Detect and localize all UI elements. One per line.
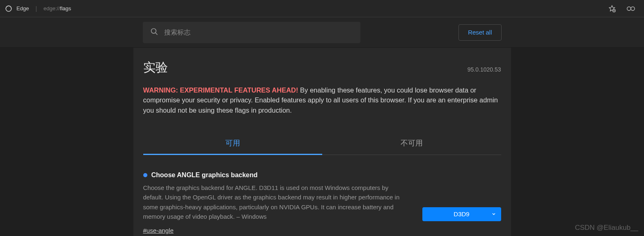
- titlebar-right: [606, 3, 639, 14]
- flag-title-row: Choose ANGLE graphics backend: [143, 171, 410, 179]
- titlebar-left: Edge | edge://flags: [5, 5, 606, 12]
- svg-point-4: [151, 28, 156, 33]
- url-text: edge://flags: [44, 5, 71, 12]
- tab-available[interactable]: 可用: [143, 132, 322, 155]
- flag-control: D3D9: [422, 171, 501, 234]
- flag-item: Choose ANGLE graphics backend Choose the…: [143, 171, 501, 234]
- titlebar-divider: |: [35, 5, 37, 12]
- flag-description: Choose the graphics backend for ANGLE. D…: [143, 183, 410, 221]
- toolbar: Reset all: [0, 17, 644, 48]
- svg-point-3: [631, 7, 635, 10]
- svg-point-2: [627, 7, 631, 10]
- flag-anchor-link[interactable]: #use-angle: [143, 227, 174, 234]
- search-box[interactable]: [143, 22, 360, 43]
- chevron-down-icon: [491, 211, 496, 217]
- flag-modified-dot-icon: [143, 173, 147, 177]
- warning-block: WARNING: EXPERIMENTAL FEATURES AHEAD! By…: [143, 85, 501, 115]
- reader-icon[interactable]: [625, 3, 637, 14]
- toolbar-inner: Reset all: [143, 22, 502, 43]
- content-wrap: 实验 95.0.1020.53 WARNING: EXPERIMENTAL FE…: [0, 48, 644, 236]
- reset-all-button[interactable]: Reset all: [458, 24, 501, 41]
- content: 实验 95.0.1020.53 WARNING: EXPERIMENTAL FE…: [133, 48, 511, 236]
- flag-text: Choose ANGLE graphics backend Choose the…: [143, 171, 410, 234]
- tabs: 可用 不可用: [143, 132, 501, 155]
- flag-select-value: D3D9: [454, 211, 469, 217]
- header-row: 实验 95.0.1020.53: [143, 59, 501, 76]
- flag-select[interactable]: D3D9: [422, 207, 501, 221]
- titlebar: Edge | edge://flags: [0, 0, 644, 17]
- url-path: flags: [60, 5, 71, 12]
- tab-unavailable[interactable]: 不可用: [322, 132, 501, 155]
- warning-prefix: WARNING: EXPERIMENTAL FEATURES AHEAD!: [143, 86, 298, 94]
- app-name: Edge: [16, 5, 29, 12]
- search-input[interactable]: [164, 29, 353, 36]
- search-icon: [150, 28, 158, 37]
- page-title: 实验: [143, 59, 168, 76]
- url-prefix: edge://: [44, 5, 60, 12]
- flag-title: Choose ANGLE graphics backend: [151, 171, 258, 179]
- favorites-add-icon[interactable]: [606, 3, 618, 14]
- edge-icon: [5, 5, 12, 12]
- version-text: 95.0.1020.53: [468, 66, 501, 73]
